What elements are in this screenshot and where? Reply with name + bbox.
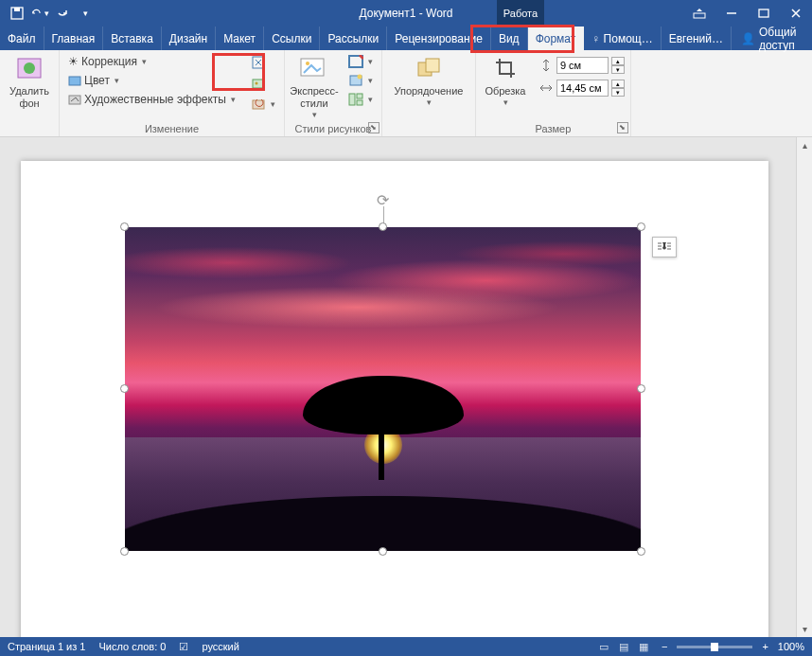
tab-references[interactable]: Ссылки xyxy=(264,27,320,50)
handle-ne[interactable] xyxy=(637,222,645,231)
save-icon[interactable] xyxy=(8,4,26,23)
handle-e[interactable] xyxy=(637,384,645,393)
tab-user[interactable]: Евгений… xyxy=(662,27,732,50)
size-launcher-icon[interactable]: ⬊ xyxy=(617,122,628,133)
svg-rect-20 xyxy=(357,100,362,105)
group-remove-bg: Удалить фон xyxy=(0,50,60,136)
page-indicator[interactable]: Страница 1 из 1 xyxy=(8,641,85,652)
selected-image[interactable]: ⟳ xyxy=(125,227,641,551)
web-layout-icon[interactable]: ▦ xyxy=(635,641,652,653)
handle-s[interactable] xyxy=(379,547,387,556)
read-mode-icon[interactable]: ▭ xyxy=(595,641,612,653)
height-input[interactable]: 9 см xyxy=(556,57,609,74)
scroll-down-icon[interactable]: ▾ xyxy=(797,621,812,637)
svg-rect-4 xyxy=(759,9,768,17)
corrections-button[interactable]: ☀Коррекция▾ xyxy=(65,53,238,70)
layout-options-icon xyxy=(656,240,673,254)
document-title: Документ1 - Word xyxy=(359,7,452,20)
height-up[interactable]: ▴ xyxy=(611,57,625,65)
palette-icon xyxy=(68,74,81,87)
share-button[interactable]: 👤Общий доступ xyxy=(732,27,812,50)
group-size: Обрезка▾ 9 см ▴▾ 14,45 см ▴▾ Размер ⬊ xyxy=(476,50,631,136)
height-icon xyxy=(538,58,554,73)
group-adjust: ☀Коррекция▾ Цвет▾ Художественные эффекты… xyxy=(60,50,285,136)
tab-insert[interactable]: Вставка xyxy=(103,27,162,50)
picture-layout-button[interactable]: ▾ xyxy=(345,91,376,108)
window-controls xyxy=(683,0,812,27)
ribbon-tabs: Файл Главная Вставка Дизайн Макет Ссылки… xyxy=(0,27,812,50)
tab-file[interactable]: Файл xyxy=(0,27,44,50)
svg-rect-2 xyxy=(694,13,705,18)
handle-w[interactable] xyxy=(120,384,129,393)
tab-tellme[interactable]: ♀ Помощ… xyxy=(584,27,661,50)
crop-button[interactable]: Обрезка▾ xyxy=(482,53,529,108)
artistic-effects-button[interactable]: Художественные эффекты▾ xyxy=(65,91,238,108)
picture-content xyxy=(125,227,641,551)
height-down[interactable]: ▾ xyxy=(611,65,625,74)
word-count[interactable]: Число слов: 0 xyxy=(98,641,166,652)
tab-layout[interactable]: Макет xyxy=(216,27,264,50)
color-button[interactable]: Цвет▾ xyxy=(65,72,238,89)
width-up[interactable]: ▴ xyxy=(611,80,625,88)
zoom-level[interactable]: 100% xyxy=(778,641,804,652)
zoom-slider[interactable] xyxy=(677,646,752,648)
view-buttons: ▭ ▤ ▦ xyxy=(595,641,652,653)
handle-nw[interactable] xyxy=(120,222,129,231)
group-label-size: Размер xyxy=(482,121,625,136)
remove-bg-icon xyxy=(14,53,44,83)
tab-format[interactable]: Формат xyxy=(528,27,585,50)
proofing-icon[interactable]: ☑ xyxy=(179,641,188,653)
width-input-row: 14,45 см ▴▾ xyxy=(538,80,625,97)
picture-styles-button[interactable]: Экспресс- стили▾ xyxy=(291,53,338,120)
styles-launcher-icon[interactable]: ⬊ xyxy=(368,122,380,133)
undo-icon[interactable]: ▾ xyxy=(30,4,49,23)
compress-icon xyxy=(251,55,266,70)
picture-effects-button[interactable]: ▾ xyxy=(345,72,376,89)
zoom-in-icon[interactable]: + xyxy=(762,641,768,652)
tab-view[interactable]: Вид xyxy=(491,27,528,50)
ribbon-options-icon[interactable] xyxy=(683,0,715,27)
arrange-icon xyxy=(414,53,444,83)
height-input-row: 9 см ▴▾ xyxy=(538,57,625,74)
scroll-up-icon[interactable]: ▴ xyxy=(797,137,812,153)
compress-pictures-button[interactable] xyxy=(248,53,278,72)
share-icon: 👤 xyxy=(741,32,755,45)
width-input[interactable]: 14,45 см xyxy=(556,80,609,97)
reset-icon xyxy=(251,97,266,112)
group-label-adjust: Изменение xyxy=(65,121,278,136)
redo-icon[interactable] xyxy=(53,4,72,23)
svg-rect-10 xyxy=(253,80,264,88)
width-down[interactable]: ▾ xyxy=(611,88,625,97)
zoom-out-icon[interactable]: − xyxy=(662,641,667,652)
svg-point-11 xyxy=(255,82,257,85)
handle-se[interactable] xyxy=(637,547,645,556)
ribbon: Удалить фон ☀Коррекция▾ Цвет▾ Художестве… xyxy=(0,50,812,137)
handle-n[interactable] xyxy=(379,222,387,231)
pic-layout-icon xyxy=(348,93,363,106)
vertical-scrollbar[interactable]: ▴ ▾ xyxy=(796,137,812,637)
tab-review[interactable]: Рецензирование xyxy=(387,27,491,50)
picture-border-button[interactable]: ▾ xyxy=(345,53,376,70)
svg-point-6 xyxy=(24,62,35,74)
minimize-icon[interactable] xyxy=(715,0,748,27)
close-icon[interactable] xyxy=(780,0,812,27)
tab-design[interactable]: Дизайн xyxy=(162,27,216,50)
sun-icon: ☀ xyxy=(68,55,79,68)
layout-options-button[interactable] xyxy=(652,237,677,257)
reset-picture-button[interactable]: ▾ xyxy=(248,95,278,114)
tab-home[interactable]: Главная xyxy=(44,27,104,50)
arrange-button[interactable]: Упорядочение▾ xyxy=(388,53,469,108)
handle-sw[interactable] xyxy=(120,547,129,556)
styles-gallery-icon xyxy=(299,53,329,83)
page[interactable]: ⟳ xyxy=(21,161,768,637)
change-picture-button[interactable] xyxy=(248,74,278,93)
effects-icon xyxy=(348,74,363,87)
width-icon xyxy=(538,80,554,96)
remove-background-button[interactable]: Удалить фон xyxy=(6,53,53,110)
tab-mailings[interactable]: Рассылки xyxy=(320,27,387,50)
language-indicator[interactable]: русский xyxy=(202,641,238,652)
maximize-icon[interactable] xyxy=(748,0,780,27)
qat-customize-icon[interactable]: ▾ xyxy=(76,4,95,23)
context-tab-label: Работа xyxy=(497,0,544,27)
print-layout-icon[interactable]: ▤ xyxy=(615,641,632,653)
